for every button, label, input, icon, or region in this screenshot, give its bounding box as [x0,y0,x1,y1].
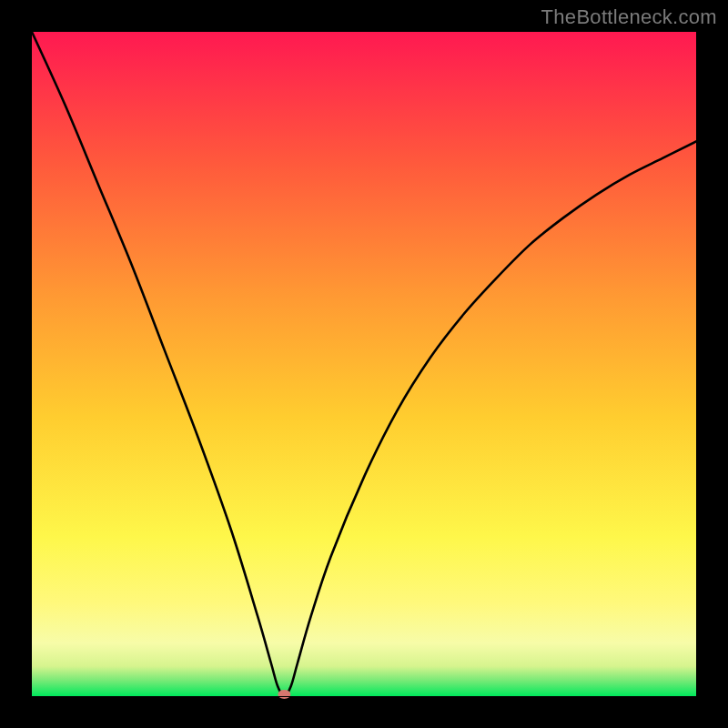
svg-rect-1 [32,32,696,696]
optimum-marker [278,690,290,699]
watermark-text: TheBottleneck.com [541,5,717,29]
bottleneck-chart [0,0,728,728]
chart-svg [0,0,728,728]
